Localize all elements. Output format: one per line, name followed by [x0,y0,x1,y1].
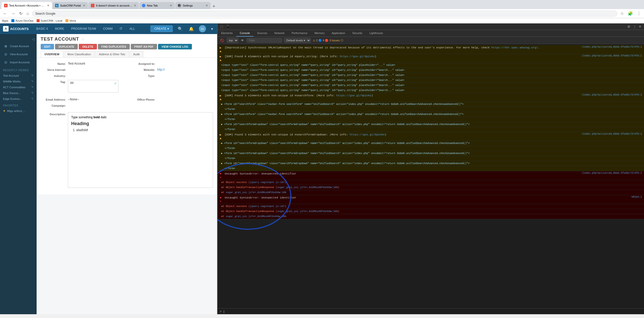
dt-tab-memory[interactable]: Memory [311,30,328,37]
error1-link3[interactable]: sugar_grp1_yui.js?v=_KnSMkuXHFVUuhOw:109 [226,191,286,194]
field-description: Description: Type something bold italic … [41,112,213,188]
dt-tab-performance[interactable]: Performance [288,30,311,37]
delete-button[interactable]: DELETE [79,44,97,49]
issues-badge[interactable]: ⚠ 2 🔵 4 🔴 3 Issues ⓘ [313,39,343,42]
dt-tab-security[interactable]: Security [349,30,366,37]
user-chevron[interactable]: ▾ [210,25,214,32]
forward-button[interactable]: → [10,11,16,16]
devtools-close-icon[interactable]: ✕ [638,24,642,29]
console-source-4[interactable]: /index.php?action=a%,0b66-5fed6c7374f6:1 [581,133,642,135]
nav-comm[interactable]: COMM [101,26,114,32]
bookmark-suitecrm[interactable]: SuiteCRM - Local [37,19,62,22]
console-source-1[interactable]: /index.php?action=a%,0b66-5fed6c7374f6:1 [581,46,642,48]
dt-tab-sources[interactable]: Sources [253,30,271,37]
rv-edit-wildlife-works[interactable]: ✎ [31,80,34,83]
rv-item-wildlife-works[interactable]: Wildlife Works ✎ [0,78,37,84]
tab-2[interactable]: S SuiteCRM Portal ✕ [53,2,88,9]
tab-audit[interactable]: Audit [130,51,143,57]
dt-tab-application[interactable]: Application [328,30,349,37]
nav-programteam[interactable]: PROGRAM TEAM [70,26,97,32]
bookmark-verra[interactable]: Verra [65,19,76,22]
tab-close-2[interactable]: ✕ [83,4,85,7]
bell-icon[interactable]: 🔔 [188,25,195,32]
sidebar-item-create-account[interactable]: ⊕ Create Account [0,42,37,50]
deprecation-link[interactable]: https://xhr.spec.whatwg.org/ [491,46,538,49]
duplicate-button[interactable]: DUPLICATE [55,44,78,49]
log-levels-dropdown[interactable]: Default levels ▾ [284,38,311,43]
error1-link1[interactable]: jquery.tagsInput.js:107 [250,181,285,184]
tab-more-classification[interactable]: More Classification [64,51,95,57]
dt-tab-elements[interactable]: Elements [218,30,236,37]
tab-5[interactable]: ⚙ Settings ✕ [175,2,211,9]
sidebar-collapse-btn[interactable]: ◁ [0,36,37,42]
tab-1[interactable]: V Test Account • Accounts • Verr... ✕ [2,2,52,9]
error2-link1[interactable]: jquery.tagsInput.js:107 [250,205,285,208]
eye-icon[interactable]: 👁 [240,38,245,43]
rv-item-act-commodities[interactable]: ACT Commodities ✎ [0,84,37,90]
new-tab-button[interactable]: + [211,4,217,9]
inspect-element-icon[interactable]: ⬚ [220,24,224,29]
error1-link2[interactable]: sugar_grp1_yui.js?v=_KnSMkuXHFVUuhOw:109 [277,186,338,189]
nav-all[interactable]: ALL [128,26,136,32]
rv-edit-test-account[interactable]: ✎ [31,74,34,77]
menu-button[interactable]: ⋮ [636,11,642,16]
view-change-log-button[interactable]: VIEW CHANGE LOG [158,44,192,49]
fav-item-mtgs[interactable]: ★ Mtgs w/Acct ... [0,108,37,114]
rv-edit-blue-source[interactable]: ✎ [31,91,34,95]
home-button[interactable]: ⌂ [25,11,30,16]
tab-overview[interactable]: OVERVIEW [41,51,63,57]
favorite-star-icon[interactable]: ☆ [81,37,85,42]
console-source-3[interactable]: /index.php?action=a%,0b66-5fed6c7374f6:1 [581,94,642,96]
tab-close-3[interactable]: ✕ [134,4,136,7]
search-icon[interactable]: 🔍 [177,25,184,32]
devtools-settings-icon[interactable]: ⚙ [627,24,631,29]
bookmark-azure[interactable]: Azure DevOps [11,19,34,22]
console-source-2[interactable]: /index.php?action=a%,0b66-5fed6c7374f6:1 [581,54,642,57]
user-avatar[interactable]: bs [199,25,206,32]
extensions-button[interactable]: 🧩 [627,11,634,16]
console-source-error-1[interactable]: /index.php?action=a%,0b66-5fed6c7374f6:1 [581,172,642,175]
console-source-error-2[interactable]: VM164:1 [631,196,642,198]
website-value[interactable]: http:// [157,68,213,71]
bookmark-apps[interactable]: Apps [2,19,8,22]
console-filter-input[interactable] [247,38,282,43]
refresh-button[interactable]: ↻ [18,11,23,16]
url-bar[interactable]: Search Google [32,11,617,17]
dom-query-link[interactable]: https://goo.gl/9p2vKo [340,55,375,58]
tab-3[interactable]: ! It doesn't shown in account list ✕ [88,2,139,9]
tab-close-1[interactable]: ✕ [47,4,49,7]
back-button[interactable]: ← [2,11,8,16]
nav-it[interactable]: IT [118,26,124,32]
find-duplicates-button[interactable]: FIND DUPLICATES [98,44,130,49]
tab-4[interactable]: New Tab ✕ [139,2,175,9]
rv-item-test-account[interactable]: Test Account ✎ [0,73,37,78]
create-button[interactable]: CREATE ▾ [150,25,173,32]
console-clear-icon[interactable]: 🚫 [220,38,225,43]
dt-tab-console[interactable]: Console [236,30,253,37]
searchform-link[interactable]: https://goo.gl/9p2vKo [336,94,371,97]
rv-item-blue-source[interactable]: Blue Source... ✎ [0,90,37,96]
rv-edit-edge-environ[interactable]: ✎ [31,97,34,100]
tag-box[interactable]: IIII ✓ [68,80,118,93]
nav-more[interactable]: MORE [54,26,66,32]
console-output[interactable]: ▶ ▲ [Deprecation] Synchronous XMLHttpReq… [218,44,644,308]
devtools-vertical-dots[interactable]: ⋮ [632,24,637,29]
edit-button[interactable]: EDIT [41,44,54,49]
context-selector[interactable]: top [227,38,238,43]
error2-link3[interactable]: sugar_grp1_yui.js?v=_KnSMkuXHFVUuhOw:109 [226,215,286,218]
print-as-pdf-button[interactable]: PRINT AS PDF [131,44,157,49]
sidebar-item-view-accounts[interactable]: ⊙ View Accounts [0,50,37,58]
sidebar-item-import-accounts[interactable]: ⊙ Import Accounts [0,58,37,66]
bookmarks-button[interactable]: ☆ [619,11,625,16]
rv-item-edge-environ[interactable]: Edge Environ... ✎ [0,96,37,102]
dt-tab-lighthouse[interactable]: Lighthouse [366,30,387,37]
rv-edit-act-commodities[interactable]: ✎ [31,85,34,89]
tab-address-other-tels[interactable]: Address & Other Tels [95,51,129,57]
tab-close-5[interactable]: ✕ [205,4,208,7]
error2-link2[interactable]: sugar_grp1_yui.js?v=_KnSMkuXHFVUuhOw:109 [277,210,338,213]
searchformdropdown-link[interactable]: https://goo.gl/9p2vKo [350,133,385,136]
dt-tab-network[interactable]: Network [271,30,288,37]
mobile-toggle-icon[interactable]: 📱 [225,24,230,29]
nav-basic4[interactable]: BASIC 4 [35,26,49,32]
tab-close-4[interactable]: ✕ [170,4,172,7]
